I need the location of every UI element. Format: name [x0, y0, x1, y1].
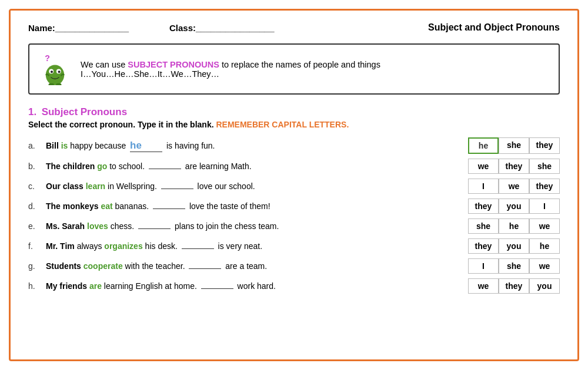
option-c-1[interactable]: I [468, 179, 499, 194]
bold-c: Our class [46, 181, 86, 191]
option-g-3[interactable]: we [529, 258, 560, 274]
option-d-3[interactable]: I [529, 199, 560, 214]
row-a: a. Bill is happy because he is having fu… [28, 137, 560, 154]
sentence-b: The children go to school. are learning … [46, 162, 456, 171]
monster-icon: ? [39, 53, 71, 85]
blank-c [161, 189, 193, 189]
subject-pronouns-highlight: SUBJECT PRONOUNS [128, 60, 219, 69]
green-h: are [89, 281, 102, 291]
section-1: 1. Subject Pronouns Select the correct p… [28, 106, 560, 294]
row-h: h. My friends are learning English at ho… [28, 278, 560, 294]
green-c: learn [86, 181, 105, 191]
text-a1: happy because [70, 141, 128, 150]
sentence-g: Students cooperate with the teacher. are… [46, 261, 456, 271]
sentence-f: Mr. Tim always organizes his desk. is ve… [46, 241, 456, 251]
sentence-d: The monkeys eat bananas. love the taste … [46, 201, 456, 211]
option-h-3[interactable]: you [529, 278, 560, 294]
bold-h: My friends [46, 281, 89, 291]
options-e: she he we [468, 218, 560, 234]
instruction-caps: REMEMEBER CAPITAL LETTERS. [216, 120, 349, 129]
text-h1: learning English at home. work hard. [104, 281, 276, 291]
option-c-2[interactable]: we [499, 179, 529, 194]
options-a: he she they [468, 137, 560, 154]
bold-f: Mr. Tim [46, 241, 75, 251]
green-g: cooperate [83, 261, 123, 271]
option-h-1[interactable]: we [468, 278, 499, 294]
row-e: e. Ms. Sarah loves chess. plans to join … [28, 218, 560, 234]
option-f-1[interactable]: they [468, 238, 499, 254]
info-suffix: to replace the names of people and thing… [222, 60, 380, 69]
name-field: Name:_______________ [28, 23, 169, 33]
row-g: g. Students cooperate with the teacher. … [28, 258, 560, 274]
answer-a: he [130, 140, 142, 151]
page-title: Subject and Object Pronouns [428, 22, 560, 33]
option-e-2[interactable]: he [499, 218, 529, 234]
blank-d [153, 208, 185, 209]
text-f1: his desk. is very neat. [145, 241, 263, 251]
text-g1: with the teacher. are a team. [125, 261, 268, 271]
row-f: f. Mr. Tim always organizes his desk. is… [28, 238, 560, 254]
option-a-2[interactable]: she [499, 137, 529, 154]
option-b-3[interactable]: she [529, 159, 560, 174]
letter-b: b. [28, 162, 46, 171]
bold-a: Bill [46, 141, 61, 150]
info-prefix: We can use [81, 60, 128, 69]
letter-e: e. [28, 221, 46, 231]
blank-a: he [130, 140, 162, 152]
letter-d: d. [28, 201, 46, 211]
letter-a: a. [28, 141, 46, 150]
row-d: d. The monkeys eat bananas. love the tas… [28, 199, 560, 214]
section-title: Subject Pronouns [42, 106, 127, 117]
sentence-h: My friends are learning English at home.… [46, 281, 456, 291]
letter-c: c. [28, 181, 46, 191]
options-g: I she we [468, 258, 560, 274]
instruction-plain: Select the correct pronoun. Type it in t… [28, 120, 216, 129]
options-c: I we they [468, 179, 560, 194]
blank-e [138, 228, 171, 229]
bold-b: The children [46, 162, 97, 171]
letter-h: h. [28, 281, 46, 291]
class-field: Class:________________ [169, 23, 310, 33]
text-e1: chess. plans to join the chess team. [111, 221, 279, 231]
option-b-1[interactable]: we [468, 159, 499, 174]
option-e-3[interactable]: we [529, 218, 560, 234]
svg-text:?: ? [45, 53, 50, 63]
options-d: they you I [468, 199, 560, 214]
svg-point-4 [51, 70, 53, 73]
blank-g [189, 268, 221, 269]
option-c-3[interactable]: they [529, 179, 560, 194]
text-f0: always [77, 241, 105, 251]
green-d: eat [101, 201, 112, 211]
option-a-1[interactable]: he [468, 137, 499, 154]
green-a: is [61, 141, 68, 150]
header: Name:_______________ Class:_____________… [28, 22, 560, 33]
option-a-3[interactable]: they [529, 137, 560, 154]
green-f: organizes [104, 241, 142, 251]
options-h: we they you [468, 278, 560, 294]
options-b: we they she [468, 159, 560, 174]
text-d1: bananas. love the taste of them! [115, 201, 270, 211]
option-b-2[interactable]: they [499, 159, 529, 174]
text-b1: to school. are learning Math. [109, 162, 252, 171]
option-f-3[interactable]: he [529, 238, 560, 254]
sentence-c: Our class learn in Wellspring. love our … [46, 181, 456, 191]
pronouns-list: I…You…He…She…It…We…They… [81, 69, 380, 79]
sentence-e: Ms. Sarah loves chess. plans to join the… [46, 221, 456, 231]
section-number: 1. [28, 106, 36, 117]
instruction: Select the correct pronoun. Type it in t… [28, 120, 560, 129]
option-d-1[interactable]: they [468, 199, 499, 214]
blank-h [201, 288, 233, 289]
sentence-a: Bill is happy because he is having fun. [46, 140, 456, 152]
option-d-2[interactable]: you [499, 199, 529, 214]
option-e-1[interactable]: she [468, 218, 499, 234]
option-h-2[interactable]: they [499, 278, 529, 294]
option-g-2[interactable]: she [499, 258, 529, 274]
bold-d: The monkeys [46, 201, 101, 211]
text-c1: in Wellspring. love our school. [108, 181, 255, 191]
text-a2: is having fun. [166, 141, 215, 150]
bold-e: Ms. Sarah [46, 221, 87, 231]
green-e: loves [87, 221, 108, 231]
main-container: Name:_______________ Class:_____________… [9, 9, 579, 361]
option-f-2[interactable]: you [499, 238, 529, 254]
option-g-1[interactable]: I [468, 258, 499, 274]
